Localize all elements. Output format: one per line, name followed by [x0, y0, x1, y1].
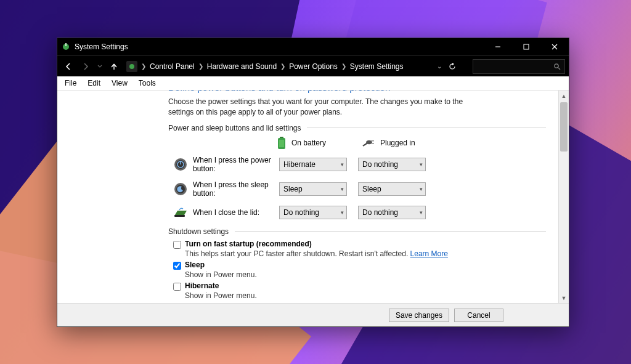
close-button[interactable] [540, 38, 569, 55]
menubar: File Edit View Tools [57, 76, 569, 91]
titlebar[interactable]: System Settings [57, 38, 569, 55]
breadcrumb[interactable]: ❯ Control Panel ❯ Hardware and Sound ❯ P… [126, 61, 431, 72]
footer: Save changes Cancel [57, 303, 569, 326]
chevron-right-icon: ❯ [198, 63, 203, 70]
check-fast-startup: Turn on fast startup (recommended) This … [173, 240, 546, 258]
svg-rect-14 [371, 143, 374, 144]
content-area: Define power buttons and turn on passwor… [57, 91, 558, 303]
chevron-down-icon: ▾ [420, 161, 423, 168]
checkbox-hibernate[interactable] [173, 283, 181, 291]
check-sleep: Sleep Show in Power menu. [173, 261, 546, 279]
search-icon [553, 63, 561, 70]
chevron-right-icon: ❯ [280, 63, 285, 70]
col-on-battery: On battery [277, 136, 351, 150]
up-button[interactable] [107, 59, 121, 74]
chevron-down-icon: ▾ [341, 186, 344, 192]
learn-more-link[interactable]: Learn More [410, 249, 448, 258]
power-button-icon [173, 157, 188, 172]
crumb-3[interactable]: System Settings [350, 62, 404, 71]
svg-point-7 [555, 63, 558, 67]
svg-rect-13 [371, 140, 374, 141]
row-sleep-button: When I press the sleep button: Sleep▾ Sl… [168, 180, 546, 198]
chevron-down-icon: ▾ [341, 209, 344, 216]
chevron-down-icon: ▾ [420, 186, 423, 192]
search-box[interactable] [473, 59, 565, 74]
sleep-button-icon [173, 182, 188, 196]
check-lock: Lock Show in account picture menu. [173, 302, 546, 303]
select-power-battery[interactable]: Hibernate▾ [279, 158, 347, 171]
crumb-0[interactable]: Control Panel [150, 62, 195, 71]
scroll-up-button[interactable]: ▲ [559, 91, 569, 101]
group-power-sleep: Power and sleep buttons and lid settings [168, 124, 546, 132]
menu-file[interactable]: File [60, 78, 81, 89]
check-title: Lock [185, 302, 286, 303]
chevron-down-icon: ▾ [341, 161, 344, 168]
app-icon [61, 42, 71, 52]
window-title: System Settings [75, 42, 128, 51]
col-plugged-in: Plugged in [362, 136, 436, 150]
checkbox-sleep[interactable] [173, 262, 181, 270]
check-sub: Show in Power menu. [185, 270, 257, 279]
save-button[interactable]: Save changes [389, 309, 449, 322]
minimize-button[interactable] [484, 38, 512, 55]
check-sub: Show in Power menu. [185, 291, 257, 300]
page-heading: Define power buttons and turn on passwor… [168, 91, 546, 93]
window: System Settings ❯ Control Pan [57, 38, 569, 327]
scroll-down-button[interactable]: ▼ [559, 293, 569, 303]
svg-point-6 [129, 64, 134, 69]
row-label: When I press the sleep button: [193, 180, 279, 198]
scrollbar[interactable]: ▲ ▼ [558, 91, 569, 303]
select-lid-battery[interactable]: Do nothing▾ [279, 206, 347, 219]
menu-view[interactable]: View [107, 78, 132, 89]
navbar: ❯ Control Panel ❯ Hardware and Sound ❯ P… [57, 55, 569, 76]
check-hibernate: Hibernate Show in Power menu. [173, 281, 546, 300]
select-power-plugged[interactable]: Do nothing▾ [358, 158, 426, 171]
menu-tools[interactable]: Tools [134, 78, 161, 89]
row-label: When I close the lid: [193, 208, 279, 217]
check-sub: This helps start your PC faster after sh… [185, 249, 448, 258]
plug-icon [362, 138, 375, 148]
recent-dropdown-icon[interactable] [96, 59, 104, 74]
svg-rect-11 [279, 140, 284, 147]
crumb-1[interactable]: Hardware and Sound [207, 62, 277, 71]
lid-icon [173, 205, 188, 220]
checkbox-fast-startup[interactable] [173, 241, 181, 249]
svg-line-8 [558, 68, 560, 70]
row-label: When I press the power button: [193, 156, 279, 173]
menu-edit[interactable]: Edit [83, 78, 105, 89]
svg-rect-3 [524, 44, 529, 49]
forward-button[interactable] [78, 59, 93, 74]
scroll-track[interactable] [559, 101, 569, 293]
row-power-button: When I press the power button: Hibernate… [168, 156, 546, 173]
page-description: Choose the power settings that you want … [168, 97, 464, 118]
chevron-right-icon: ❯ [341, 63, 346, 70]
select-lid-plugged[interactable]: Do nothing▾ [358, 206, 426, 219]
crumb-2[interactable]: Power Options [289, 62, 338, 71]
address-icon [126, 61, 137, 72]
select-sleep-plugged[interactable]: Sleep▾ [358, 182, 426, 196]
address-dropdown-icon[interactable]: ⌄ [433, 63, 446, 70]
scroll-thumb[interactable] [560, 102, 568, 152]
group-shutdown: Shutdown settings [168, 227, 546, 236]
chevron-down-icon: ▾ [420, 209, 423, 216]
check-title: Sleep [185, 261, 257, 269]
refresh-button[interactable] [448, 62, 466, 71]
check-title: Hibernate [185, 281, 257, 290]
select-sleep-battery[interactable]: Sleep▾ [279, 182, 347, 196]
column-headers: On battery Plugged in [277, 136, 546, 150]
chevron-right-icon: ❯ [141, 63, 146, 70]
check-title: Turn on fast startup (recommended) [185, 240, 448, 248]
svg-rect-21 [174, 215, 185, 217]
svg-rect-1 [65, 43, 67, 46]
back-button[interactable] [61, 59, 76, 74]
maximize-button[interactable] [512, 38, 540, 55]
battery-icon [277, 136, 287, 150]
cancel-button[interactable]: Cancel [454, 309, 503, 322]
row-close-lid: When I close the lid: Do nothing▾ Do not… [168, 205, 546, 220]
